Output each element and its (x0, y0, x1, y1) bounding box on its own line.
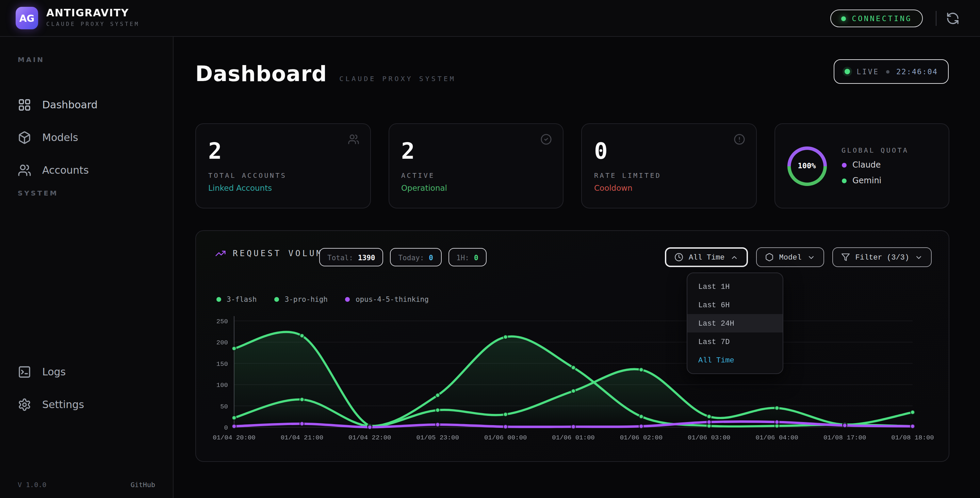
legend-opus-4-5-thinking: opus-4-5-thinking (345, 295, 429, 303)
legend-label: 3-pro-high (285, 295, 328, 303)
badge-label: 1H: (456, 253, 469, 261)
grid-icon (18, 98, 31, 112)
app-logo: AG (16, 7, 38, 29)
stat-value: 2 (401, 139, 550, 164)
live-status-badge: LIVE 22:46:04 (833, 59, 949, 84)
quota-legend-label: Gemini (853, 176, 881, 185)
svg-text:01/08 17:00: 01/08 17:00 (824, 434, 866, 441)
brand-subtitle: CLAUDE PROXY SYSTEM (46, 21, 140, 27)
model-dropdown-value: Model (779, 253, 802, 261)
series-dot-icon (216, 297, 221, 302)
quota-legend-label: Claude (853, 160, 881, 170)
users-icon (18, 163, 31, 177)
check-circle-icon (540, 134, 552, 145)
legend-label: opus-4-5-thinking (356, 295, 429, 303)
quota-label: GLOBAL QUOTA (842, 147, 908, 154)
refresh-icon (946, 11, 959, 25)
sidebar-item-models[interactable]: Models (7, 123, 167, 152)
menu-item-last-6h[interactable]: Last 6H (687, 296, 783, 314)
svg-text:01/06 03:00: 01/06 03:00 (688, 434, 730, 441)
page-subtitle: CLAUDE PROXY SYSTEM (339, 75, 456, 83)
time-range-dropdown[interactable]: All Time (665, 247, 748, 267)
time-range-menu: Last 1H Last 6H Last 24H Last 7D All Tim… (687, 273, 783, 374)
menu-item-last-1h[interactable]: Last 1H (687, 277, 783, 296)
live-label: LIVE (856, 67, 879, 76)
status-dot-icon (841, 16, 846, 21)
sidebar-item-label: Dashboard (42, 99, 98, 111)
quota-legend-claude: Claude (842, 160, 908, 170)
app-root: AG ANTIGRAVITY CLAUDE PROXY SYSTEM CONNE… (0, 0, 980, 498)
request-volume-panel: REQUEST VOLUME Total: 1390 Today: 0 1H: … (195, 230, 950, 462)
svg-text:01/08 18:00: 01/08 18:00 (891, 434, 934, 441)
stat-value: 0 (594, 139, 743, 164)
users-group-icon (347, 134, 359, 145)
request-volume-chart: 05010015020025001/04 20:0001/04 21:0001/… (205, 311, 940, 450)
svg-text:01/04 21:00: 01/04 21:00 (281, 434, 323, 441)
svg-text:01/05 23:00: 01/05 23:00 (416, 434, 459, 441)
series-dot-icon (275, 297, 279, 302)
time-range-value: All Time (689, 253, 725, 261)
card-total-accounts: 2 TOTAL ACCOUNTS Linked Accounts (195, 123, 371, 209)
github-link[interactable]: GitHub (130, 481, 155, 488)
sidebar-item-settings[interactable]: Settings (7, 390, 167, 419)
sidebar-section-system: SYSTEM (18, 189, 173, 197)
app-version: V 1.0.0 (18, 481, 46, 488)
stat-label: ACTIVE (401, 172, 550, 179)
svg-text:01/06 02:00: 01/06 02:00 (620, 434, 662, 441)
refresh-button[interactable] (946, 11, 959, 25)
page-title: Dashboard (195, 61, 327, 86)
gemini-dot-icon (842, 178, 846, 183)
sidebar-item-dashboard[interactable]: Dashboard (7, 91, 167, 119)
live-dot-icon (844, 69, 850, 74)
sidebar-item-label: Accounts (42, 164, 89, 176)
series-dot-icon (345, 297, 350, 302)
badge-value: 0 (429, 253, 433, 261)
card-active: 2 ACTIVE Operational (388, 123, 563, 209)
badge-label: Today: (398, 253, 424, 261)
chevron-down-icon (915, 253, 923, 261)
today-requests-badge: Today: 0 (390, 248, 441, 267)
stat-cards-row: 2 TOTAL ACCOUNTS Linked Accounts 2 ACTIV… (195, 123, 950, 209)
sidebar-item-logs[interactable]: Logs (7, 358, 167, 386)
alert-circle-icon (733, 134, 745, 145)
quota-ring-chart: 100% (787, 146, 827, 186)
main-content: Dashboard CLAUDE PROXY SYSTEM LIVE 22:46… (173, 37, 980, 498)
quota-legend-gemini: Gemini (842, 176, 908, 185)
connection-status-label: CONNECTING (852, 14, 912, 23)
sidebar-item-label: Logs (42, 366, 66, 378)
clock-value: 22:46:04 (896, 67, 938, 76)
menu-item-last-24h[interactable]: Last 24H (687, 314, 783, 332)
terminal-icon (18, 365, 31, 379)
menu-item-all-time[interactable]: All Time (687, 351, 783, 369)
stat-label: TOTAL ACCOUNTS (208, 172, 358, 179)
chart-legend: 3-flash 3-pro-high opus-4-5-thinking (216, 295, 429, 303)
filter-dropdown[interactable]: Filter (3/3) (832, 247, 932, 267)
clock-icon (675, 253, 683, 262)
legend-3-pro-high: 3-pro-high (275, 295, 328, 303)
gear-icon (18, 398, 31, 412)
hour-requests-badge: 1H: 0 (448, 248, 487, 267)
quota-percent: 100% (791, 150, 823, 182)
model-dropdown[interactable]: Model (756, 247, 824, 267)
svg-text:200: 200 (216, 339, 228, 346)
separator-dot-icon (886, 70, 889, 73)
box-icon (18, 131, 31, 144)
stat-value: 2 (208, 139, 358, 164)
chevron-up-icon (730, 253, 738, 261)
header-divider (936, 11, 937, 26)
badge-value: 0 (474, 253, 479, 261)
funnel-icon (841, 253, 850, 262)
card-global-quota: 100% GLOBAL QUOTA Claude Gemini (774, 123, 950, 209)
menu-item-last-7d[interactable]: Last 7D (687, 332, 783, 351)
svg-text:250: 250 (216, 318, 228, 325)
legend-3-flash: 3-flash (216, 295, 257, 303)
panel-title: REQUEST VOLUME (233, 249, 330, 258)
filter-dropdown-value: Filter (3/3) (856, 253, 909, 261)
model-box-icon (765, 253, 774, 262)
svg-text:01/04 22:00: 01/04 22:00 (348, 434, 391, 441)
stat-sub-label: Linked Accounts (208, 184, 358, 193)
brand-name: ANTIGRAVITY (46, 7, 140, 19)
sidebar-item-accounts[interactable]: Accounts (7, 156, 167, 185)
stat-sub-label: Cooldown (594, 184, 743, 193)
badge-value: 1390 (358, 253, 375, 261)
